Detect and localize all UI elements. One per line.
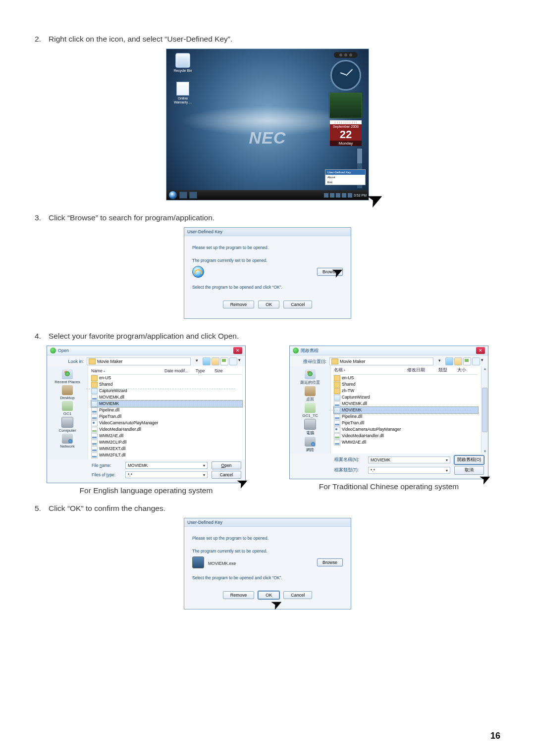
open-button[interactable]: 開啟舊檔(O)	[454, 455, 484, 464]
filetype-label: 檔案類型(T):	[334, 467, 364, 473]
back-icon[interactable]	[203, 357, 211, 365]
file-item[interactable]: WMM2FILT.dll	[91, 452, 242, 458]
step-2-number: 2.	[35, 35, 49, 44]
file-item[interactable]: WMM2AE.dll	[334, 439, 478, 446]
file-list-scrollbar[interactable]: ▴▾	[481, 366, 488, 454]
places-desktop[interactable]: 桌面	[290, 386, 330, 402]
online-warranty-icon: Online Warranty ...	[171, 82, 194, 104]
desktop-brand: NEC	[249, 128, 286, 148]
menu-exit[interactable]: Exit	[325, 180, 365, 185]
file-item[interactable]: PipeTran.dll	[91, 413, 242, 420]
menu-about[interactable]: About	[325, 175, 365, 180]
menu-user-defined-key[interactable]: User-Defined Key	[325, 170, 365, 175]
step-4: 4. Select your favorite program/applicat…	[35, 332, 500, 341]
remove-button[interactable]: Remove	[223, 591, 255, 599]
file-item[interactable]: PipeTran.dll	[334, 420, 478, 426]
places-desktop[interactable]: Desktop	[47, 385, 88, 400]
folder-icon	[331, 358, 338, 364]
sidebar-gadgets: ❘❘❘❘❘❘❘❘❘❘❘ September 2008 22 Monday	[326, 52, 366, 189]
file-list-header[interactable]: Name ▴ Date modif... Type Size	[91, 368, 242, 375]
file-item[interactable]: Pipeline.dll	[91, 407, 242, 413]
caption-en: For English language operating system	[80, 486, 213, 495]
up-icon[interactable]	[212, 357, 219, 365]
filename-input[interactable]: MOVIEMK▾	[125, 462, 208, 469]
start-button[interactable]	[168, 191, 177, 200]
file-item[interactable]: MOVIEMK.dll	[91, 394, 242, 401]
step-5-number: 5.	[35, 504, 49, 513]
file-item[interactable]: VideoCameraAutoPlayManager	[91, 420, 242, 426]
view-menu-icon[interactable]	[472, 357, 480, 365]
file-item[interactable]: WMM2EXT.dll	[91, 446, 242, 452]
tray-icon[interactable]	[336, 193, 340, 198]
file-list-header[interactable]: 名稱 ▴ 修改日期 類型 大小	[334, 367, 478, 375]
file-item[interactable]: zh-TW	[334, 388, 478, 394]
udk-line3: Select the program to be opened and clic…	[192, 575, 343, 580]
lookin-label: Look in:	[51, 359, 84, 364]
dropdown-icon[interactable]: ▾	[238, 357, 242, 364]
udk-dialog-ok: User-Defined Key Please set up the progr…	[184, 518, 351, 609]
close-icon[interactable]: ✕	[233, 347, 242, 354]
taskbar-item[interactable]	[189, 192, 197, 199]
file-item[interactable]: en-US	[91, 375, 242, 381]
udk-program-name: MOVIEMK.exe	[208, 559, 236, 566]
places-network[interactable]: 網路	[290, 437, 330, 453]
open-button[interactable]: Open	[212, 461, 241, 469]
file-item[interactable]: Pipeline.dll	[334, 413, 478, 420]
taskbar-item[interactable]	[179, 192, 187, 199]
file-item[interactable]: VideoCameraAutoPlayManager	[334, 426, 478, 433]
dropdown-icon[interactable]: ▾	[481, 357, 485, 364]
places-network[interactable]: Network	[47, 434, 88, 449]
file-item[interactable]: VideoMediaHandler.dll	[91, 426, 242, 433]
tray-icon[interactable]	[324, 193, 328, 198]
udk-line2: The program currently set to be opened.	[192, 258, 343, 263]
new-folder-icon[interactable]	[220, 357, 228, 365]
file-item[interactable]: Shared	[334, 381, 478, 388]
filename-label: 檔案名稱(N):	[334, 457, 364, 463]
step-3-text: Click “Browse” to search for program/app…	[49, 213, 500, 222]
tray-icon[interactable]	[348, 193, 352, 198]
file-item[interactable]: MOVIEMK.dll	[334, 401, 478, 407]
file-item-selected[interactable]: MOVIEMK	[91, 401, 242, 407]
places-recent[interactable]: 最近的位置	[290, 369, 330, 385]
tray-icon[interactable]	[342, 193, 346, 198]
lookin-combo[interactable]: Movie Maker	[329, 357, 433, 365]
udk-dialog-browse: User-Defined Key Please set up the progr…	[184, 227, 351, 319]
file-item[interactable]: CaptureWizard	[334, 394, 478, 401]
open-dialog-titlebar: 開啟舊檔 ✕	[290, 346, 488, 355]
places-computer[interactable]: 電腦	[290, 419, 330, 436]
filename-input[interactable]: MOVIEMK▾	[368, 456, 450, 463]
dropdown-icon[interactable]: ▾	[194, 358, 200, 365]
places-recent[interactable]: Recent Places	[47, 369, 88, 384]
lookin-path: Movie Maker	[340, 359, 366, 364]
file-item[interactable]: VideoMediaHandler.dll	[334, 433, 478, 439]
clock-gadget	[330, 60, 361, 91]
filetype-input[interactable]: *.*▾	[368, 467, 450, 474]
calendar-gadget: ❘❘❘❘❘❘❘❘❘❘❘ September 2008 22 Monday	[330, 120, 362, 146]
new-folder-icon[interactable]	[463, 357, 471, 365]
step-3-number: 3.	[35, 213, 49, 222]
file-item[interactable]: WMM2CLIP.dll	[91, 439, 242, 446]
cancel-button[interactable]: Cancel	[283, 591, 312, 599]
pointer-annotation-icon: ➤	[363, 185, 387, 212]
lookin-combo[interactable]: Movie Maker	[87, 357, 191, 365]
dropdown-icon[interactable]: ▾	[436, 358, 442, 365]
up-icon[interactable]	[454, 357, 462, 365]
filetype-input[interactable]: *.*▾	[125, 471, 208, 478]
ok-button[interactable]: OK	[258, 301, 279, 308]
step-5-text: Click “OK” to confirm the changes.	[49, 504, 500, 513]
close-icon[interactable]: ✕	[476, 347, 485, 354]
browse-button[interactable]: Browse	[317, 558, 343, 566]
calendar-day: Monday	[330, 141, 362, 146]
tray-icon[interactable]	[330, 193, 334, 198]
cancel-button[interactable]: Cancel	[283, 301, 312, 308]
file-item[interactable]: en-US	[334, 375, 478, 381]
file-item[interactable]: Shared	[91, 381, 242, 388]
places-computer[interactable]: Computer	[47, 417, 88, 433]
back-icon[interactable]	[445, 357, 453, 365]
desktop-screenshot: NEC Recycle Bin Online Warranty ... ❘❘❘❘…	[166, 49, 369, 201]
places-gc1-tc[interactable]: GC1_TC	[290, 403, 330, 418]
remove-button[interactable]: Remove	[223, 301, 255, 308]
view-menu-icon[interactable]	[229, 357, 237, 365]
places-gc1[interactable]: GC1	[47, 401, 88, 416]
file-item[interactable]: WMM2AE.dll	[91, 433, 242, 439]
